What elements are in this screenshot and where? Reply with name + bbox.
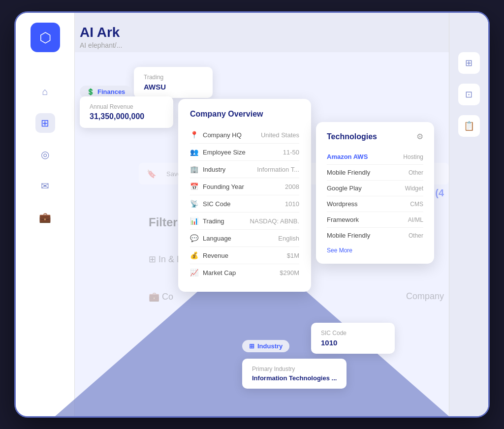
logo[interactable]: ⬡: [31, 23, 60, 52]
app-title-area: AI Ark AI elephant/...: [80, 25, 122, 49]
sidebar-item-briefcase[interactable]: 💼: [35, 208, 55, 227]
sidebar-nav: ⌂ ⊞ ◎ ✉ 💼: [35, 82, 55, 227]
sidebar-item-home[interactable]: ⌂: [35, 82, 55, 101]
app-frame: ⬡ ⌂ ⊞ ◎ ✉ 💼 AI Ark AI elephant/... 🔖 Sav…: [16, 13, 488, 416]
bg-right-icon-2: ⊡: [458, 84, 480, 105]
bg-right-panel: ⊞ ⊡ 📋: [449, 13, 488, 416]
bg-saved-text: Saved: [166, 170, 185, 178]
sidebar-item-grid[interactable]: ⊞: [35, 113, 55, 133]
app-subtitle: AI elephant/...: [80, 41, 122, 49]
bg-right-icon-3: 📋: [458, 115, 480, 137]
bg-filters-label: Filters: [149, 215, 184, 229]
bg-saved-icon: 🔖: [147, 169, 157, 179]
logo-icon: ⬡: [39, 30, 51, 46]
app-title: AI Ark: [80, 25, 122, 40]
sidebar-item-circle[interactable]: ◎: [35, 145, 55, 164]
bg-clock-icon: 🕐: [194, 170, 202, 178]
pyramid-shape: [55, 244, 449, 416]
bg-saved-row: 🔖 Saved 🕐: [139, 163, 449, 184]
sidebar-item-mail[interactable]: ✉: [35, 176, 55, 196]
bg-count-label: Count (4: [404, 187, 444, 199]
bg-top-bar: [75, 13, 488, 52]
bg-right-icon-1: ⊞: [458, 52, 480, 74]
